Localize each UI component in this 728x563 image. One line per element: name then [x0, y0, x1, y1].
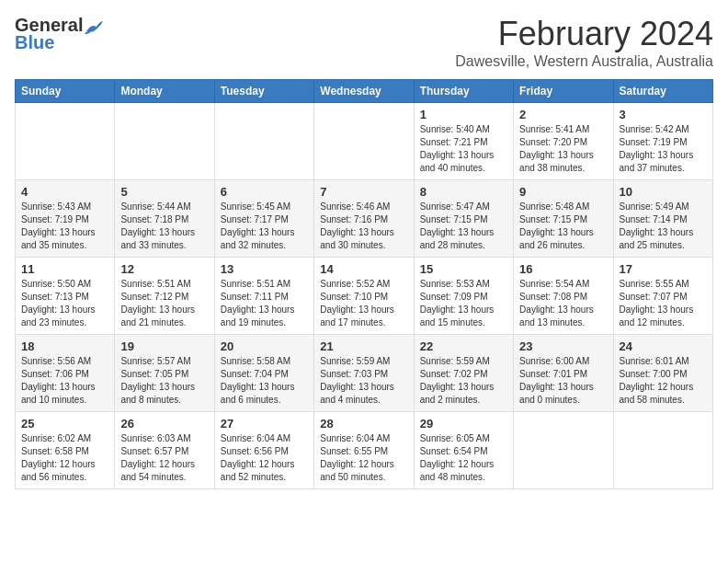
calendar-cell: 23Sunrise: 6:00 AM Sunset: 7:01 PM Dayli…: [514, 335, 613, 412]
day-number: 24: [620, 339, 707, 353]
month-title: February 2024: [455, 15, 713, 53]
calendar-cell: 13Sunrise: 5:51 AM Sunset: 7:11 PM Dayli…: [214, 258, 313, 335]
calendar-cell: 24Sunrise: 6:01 AM Sunset: 7:00 PM Dayli…: [613, 335, 712, 412]
calendar-cell: 22Sunrise: 5:59 AM Sunset: 7:02 PM Dayli…: [414, 335, 513, 412]
day-info: Sunrise: 5:48 AM Sunset: 7:15 PM Dayligh…: [519, 201, 607, 252]
day-info: Sunrise: 5:58 AM Sunset: 7:04 PM Dayligh…: [221, 355, 308, 407]
day-info: Sunrise: 5:40 AM Sunset: 7:21 PM Dayligh…: [420, 123, 507, 175]
day-info: Sunrise: 6:03 AM Sunset: 6:57 PM Dayligh…: [120, 432, 208, 484]
calendar-cell: 29Sunrise: 6:05 AM Sunset: 6:54 PM Dayli…: [414, 412, 513, 489]
day-info: Sunrise: 5:59 AM Sunset: 7:02 PM Dayligh…: [420, 355, 507, 407]
day-info: Sunrise: 5:47 AM Sunset: 7:15 PM Dayligh…: [420, 201, 507, 252]
calendar-cell: 15Sunrise: 5:53 AM Sunset: 7:09 PM Dayli…: [414, 258, 513, 335]
day-info: Sunrise: 5:45 AM Sunset: 7:17 PM Dayligh…: [221, 201, 308, 252]
day-number: 7: [320, 185, 407, 199]
calendar-cell: 4Sunrise: 5:43 AM Sunset: 7:19 PM Daylig…: [16, 180, 115, 258]
day-number: 15: [420, 262, 507, 276]
day-info: Sunrise: 5:51 AM Sunset: 7:11 PM Dayligh…: [221, 278, 308, 329]
day-info: Sunrise: 5:49 AM Sunset: 7:14 PM Dayligh…: [620, 201, 707, 252]
day-number: 2: [519, 108, 607, 121]
calendar-cell: [16, 103, 115, 180]
page-header: General Blue February 2024 Dawesville, W…: [15, 15, 713, 70]
day-number: 4: [21, 185, 108, 199]
title-area: February 2024 Dawesville, Western Austra…: [455, 15, 713, 70]
day-number: 28: [320, 417, 407, 431]
day-number: 27: [221, 417, 308, 431]
calendar-cell: 14Sunrise: 5:52 AM Sunset: 7:10 PM Dayli…: [314, 258, 414, 335]
day-number: 1: [420, 108, 507, 121]
weekday-header-tuesday: Tuesday: [214, 80, 313, 103]
day-number: 18: [21, 339, 108, 353]
calendar-cell: 18Sunrise: 5:56 AM Sunset: 7:06 PM Dayli…: [16, 335, 115, 412]
day-number: 5: [120, 185, 208, 199]
calendar-cell: 25Sunrise: 6:02 AM Sunset: 6:58 PM Dayli…: [16, 412, 115, 489]
day-info: Sunrise: 6:02 AM Sunset: 6:58 PM Dayligh…: [21, 432, 108, 484]
day-number: 6: [221, 185, 308, 199]
day-info: Sunrise: 5:44 AM Sunset: 7:18 PM Dayligh…: [120, 201, 208, 252]
calendar-week-row: 4Sunrise: 5:43 AM Sunset: 7:19 PM Daylig…: [16, 180, 713, 258]
day-number: 23: [519, 339, 607, 353]
day-number: 17: [620, 262, 707, 276]
logo-blue-text: Blue: [15, 32, 54, 53]
calendar-cell: [214, 103, 313, 180]
day-number: 26: [120, 417, 208, 431]
calendar-cell: 8Sunrise: 5:47 AM Sunset: 7:15 PM Daylig…: [414, 180, 513, 258]
location-subtitle: Dawesville, Western Australia, Australia: [455, 53, 713, 70]
calendar-cell: 6Sunrise: 5:45 AM Sunset: 7:17 PM Daylig…: [214, 180, 313, 258]
calendar-cell: 21Sunrise: 5:59 AM Sunset: 7:03 PM Dayli…: [314, 335, 414, 412]
calendar-cell: 1Sunrise: 5:40 AM Sunset: 7:21 PM Daylig…: [414, 103, 513, 180]
day-number: 12: [120, 262, 208, 276]
day-number: 14: [320, 262, 407, 276]
calendar-week-row: 1Sunrise: 5:40 AM Sunset: 7:21 PM Daylig…: [16, 103, 713, 180]
day-info: Sunrise: 5:57 AM Sunset: 7:05 PM Dayligh…: [120, 355, 208, 407]
day-number: 25: [21, 417, 108, 431]
weekday-header-monday: Monday: [115, 80, 214, 103]
calendar-cell: 11Sunrise: 5:50 AM Sunset: 7:13 PM Dayli…: [16, 258, 115, 335]
day-info: Sunrise: 5:46 AM Sunset: 7:16 PM Dayligh…: [320, 201, 407, 252]
calendar-header-row: SundayMondayTuesdayWednesdayThursdayFrid…: [16, 80, 713, 103]
day-info: Sunrise: 5:51 AM Sunset: 7:12 PM Dayligh…: [120, 278, 208, 329]
weekday-header-friday: Friday: [514, 80, 613, 103]
calendar-cell: 28Sunrise: 6:04 AM Sunset: 6:55 PM Dayli…: [314, 412, 414, 489]
calendar-cell: 27Sunrise: 6:04 AM Sunset: 6:56 PM Dayli…: [214, 412, 313, 489]
day-info: Sunrise: 5:59 AM Sunset: 7:03 PM Dayligh…: [320, 355, 407, 407]
day-info: Sunrise: 5:41 AM Sunset: 7:20 PM Dayligh…: [519, 123, 607, 175]
day-info: Sunrise: 6:00 AM Sunset: 7:01 PM Dayligh…: [519, 355, 607, 407]
calendar-cell: 26Sunrise: 6:03 AM Sunset: 6:57 PM Dayli…: [115, 412, 214, 489]
logo: General Blue: [15, 15, 103, 53]
day-number: 10: [620, 185, 707, 199]
calendar-cell: 19Sunrise: 5:57 AM Sunset: 7:05 PM Dayli…: [115, 335, 214, 412]
day-number: 9: [519, 185, 607, 199]
day-number: 29: [420, 417, 507, 431]
calendar-cell: 2Sunrise: 5:41 AM Sunset: 7:20 PM Daylig…: [514, 103, 613, 180]
day-info: Sunrise: 5:54 AM Sunset: 7:08 PM Dayligh…: [519, 278, 607, 329]
calendar-cell: 9Sunrise: 5:48 AM Sunset: 7:15 PM Daylig…: [514, 180, 613, 258]
day-info: Sunrise: 6:01 AM Sunset: 7:00 PM Dayligh…: [620, 355, 707, 407]
day-number: 3: [620, 108, 707, 121]
calendar-cell: [115, 103, 214, 180]
day-number: 8: [420, 185, 507, 199]
day-info: Sunrise: 5:53 AM Sunset: 7:09 PM Dayligh…: [420, 278, 507, 329]
day-number: 11: [21, 262, 108, 276]
calendar-cell: [314, 103, 414, 180]
calendar-cell: 20Sunrise: 5:58 AM Sunset: 7:04 PM Dayli…: [214, 335, 313, 412]
calendar-cell: 17Sunrise: 5:55 AM Sunset: 7:07 PM Dayli…: [613, 258, 712, 335]
day-info: Sunrise: 5:42 AM Sunset: 7:19 PM Dayligh…: [620, 123, 707, 175]
calendar-table: SundayMondayTuesdayWednesdayThursdayFrid…: [15, 79, 713, 489]
day-number: 20: [221, 339, 308, 353]
calendar-cell: 5Sunrise: 5:44 AM Sunset: 7:18 PM Daylig…: [115, 180, 214, 258]
day-info: Sunrise: 5:56 AM Sunset: 7:06 PM Dayligh…: [21, 355, 108, 407]
calendar-week-row: 25Sunrise: 6:02 AM Sunset: 6:58 PM Dayli…: [16, 412, 713, 489]
calendar-week-row: 18Sunrise: 5:56 AM Sunset: 7:06 PM Dayli…: [16, 335, 713, 412]
day-info: Sunrise: 6:04 AM Sunset: 6:55 PM Dayligh…: [320, 432, 407, 484]
day-number: 16: [519, 262, 607, 276]
logo-bird-icon: [85, 19, 103, 36]
calendar-cell: 10Sunrise: 5:49 AM Sunset: 7:14 PM Dayli…: [613, 180, 712, 258]
weekday-header-sunday: Sunday: [16, 80, 115, 103]
weekday-header-saturday: Saturday: [613, 80, 712, 103]
day-number: 19: [120, 339, 208, 353]
calendar-cell: 12Sunrise: 5:51 AM Sunset: 7:12 PM Dayli…: [115, 258, 214, 335]
calendar-cell: 16Sunrise: 5:54 AM Sunset: 7:08 PM Dayli…: [514, 258, 613, 335]
day-info: Sunrise: 5:43 AM Sunset: 7:19 PM Dayligh…: [21, 201, 108, 252]
day-number: 13: [221, 262, 308, 276]
